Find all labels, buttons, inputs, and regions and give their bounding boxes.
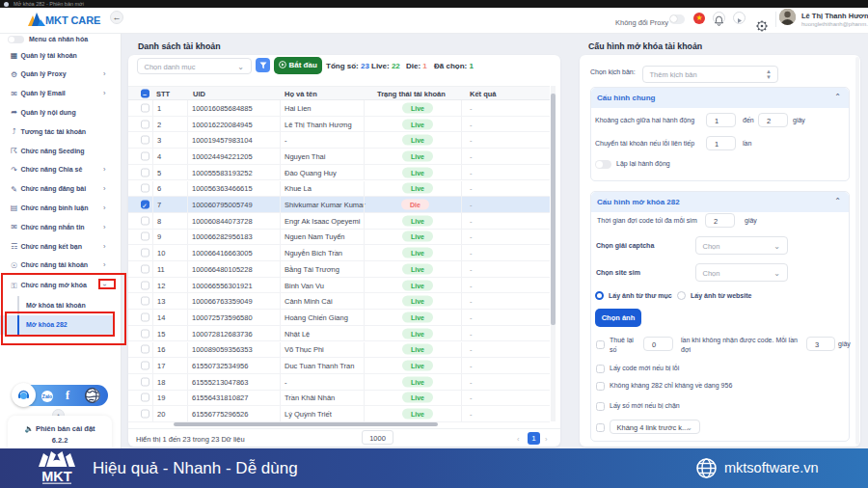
svg-text:MKT: MKT bbox=[41, 469, 72, 484]
